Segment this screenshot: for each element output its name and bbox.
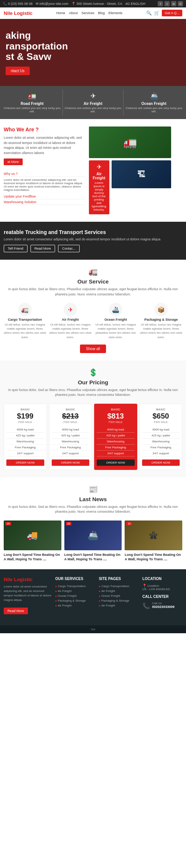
who-bottom-cards: ✈ Air Freight Lorem ipsum is simply dumm… — [89, 160, 171, 214]
footer-srv-2: Ocean Freight — [55, 593, 95, 598]
banner-buttons: Tell Friend Read More Contac... — [4, 245, 182, 252]
email-info: ✉ info@your-site.com — [36, 2, 68, 6]
nav-home[interactable]: Home — [56, 11, 65, 15]
nav-right: 🔍 🛒 Get A Q... — [146, 10, 182, 16]
news-img-1: 25 🚚 — [4, 521, 61, 550]
highway-news-icon: 🛣 — [149, 530, 158, 541]
twitter-icon[interactable]: t — [164, 1, 170, 6]
ocean-freight-desc: Chances are unless you are very lucky yo… — [125, 106, 183, 113]
facebook-icon[interactable]: f — [158, 1, 163, 6]
phone-icon: 📞 — [142, 602, 150, 609]
footer-srv-3: Packaging & Storage — [55, 598, 95, 603]
pricing-section: 💲 Our Pricing In quis fuctus dolor, Sed … — [0, 361, 186, 477]
cta-button[interactable]: Get A Q... — [162, 10, 182, 16]
plan-3-feat-4: 24/7 support — [97, 451, 135, 457]
plan-4-label: BASIC — [142, 408, 180, 411]
who-read-more-button[interactable]: at More — [4, 158, 23, 165]
plan-1-order-button[interactable]: ORDER NOW — [6, 459, 44, 466]
air-freight-feature-card: ✈ Air Freight Lorem ipsum is simply dumm… — [89, 160, 109, 214]
ocean-freight-item: 🚢 Ocean Freight Ut elit tellus, luctus n… — [94, 303, 137, 339]
cart-icon[interactable]: 🛒 — [154, 10, 160, 16]
ocean-freight-icon: 🚢 — [125, 92, 183, 100]
plan-1-feat-2: Warehousing — [6, 439, 44, 445]
location-info: 📍 Location: US - LOS ANGELES — [142, 584, 182, 591]
contact-trucking-button[interactable]: Contac... — [58, 245, 80, 252]
pricing-icon: 💲 — [4, 368, 182, 377]
footer-read-more-button[interactable]: Read More — [4, 608, 28, 614]
contact-button[interactable]: ntact Us — [6, 67, 30, 75]
linkedin-icon[interactable]: in — [171, 1, 176, 6]
fordflow-link[interactable]: Update your Fordflow — [4, 194, 86, 199]
ocean-freight-card-bar: 🚢 Ocean Freight Chances are unless you a… — [124, 90, 184, 115]
hero-section: aking ransportation st & Savw ntact Us — [0, 19, 186, 86]
ship-news-icon: 🚢 — [87, 530, 99, 541]
our-service-section: 🚛 Our Service In quis fuctus dolor, Sed … — [0, 260, 186, 361]
nav-about[interactable]: About — [69, 11, 78, 15]
footer-services: OUR SERVICES Cargo Transportation Air Fr… — [55, 577, 95, 618]
pricing-title: Our Pricing — [4, 379, 182, 385]
footer-page-4: Air Freight — [99, 603, 139, 608]
read-more-button[interactable]: Read More — [31, 245, 55, 252]
footer-services-list: Cargo Transportation Air Freight Ocean F… — [55, 584, 95, 608]
why-us-link[interactable]: Why us ? — [4, 171, 86, 177]
plan-4-feat-4: 24/7 support — [142, 451, 180, 457]
googleplus-icon[interactable]: G — [178, 1, 183, 6]
news-badge-3: 15 — [126, 522, 132, 525]
news-badge-2: 25 — [66, 522, 72, 525]
plan-1-feat-3: Free Packaging — [6, 445, 44, 451]
plan-3-order-button[interactable]: ORDER NOW — [97, 459, 135, 466]
price-plan-1: BASIC $199 PER MILE 4000 kg load 425 kg … — [4, 404, 47, 470]
plan-2-feat-1: 425 kg / pallet — [52, 433, 90, 439]
plan-1-price: $199 — [6, 412, 44, 420]
plan-3-price: $813 — [97, 412, 135, 420]
packaging-icon: 📦 — [154, 303, 168, 316]
air-freight-desc: Chances are unless you are very lucky yo… — [64, 106, 122, 113]
trucking-desc: Lorem dolor sit amet consectetur adipisc… — [4, 237, 182, 241]
call-center-info: 📞 Call Us 002023033009 — [142, 602, 182, 609]
warehousing-link[interactable]: Warehousing Solution — [4, 199, 86, 205]
plan-1-unit: PER MILE — [6, 420, 44, 424]
plan-1-label: BASIC — [6, 408, 44, 411]
tell-friend-button[interactable]: Tell Friend — [4, 245, 28, 252]
trucking-title: reatable Trucking and Transport Services — [4, 229, 182, 235]
nav-elements[interactable]: Elements — [108, 11, 122, 15]
plan-4-feat-2: Warehousing — [142, 439, 180, 445]
nav-services[interactable]: Services — [81, 11, 94, 15]
news-item-2: 25 🚢 Long Don't Spend Time Beating On A … — [64, 521, 122, 562]
navbar: Nile Logistic Home About Services Blog E… — [0, 7, 186, 19]
air-freight-feature-icon: ✈ — [92, 163, 106, 170]
footer-srv-0: Cargo Transportation — [55, 584, 95, 589]
plan-3-feat-3: Free Packaging — [97, 445, 135, 451]
plan-4-feat-3: Free Packaging — [142, 445, 180, 451]
plan-4-order-button[interactable]: ORDER NOW — [142, 459, 180, 466]
truck-news-icon: 🚚 — [27, 530, 38, 541]
plan-2-unit: PER MILE — [52, 420, 90, 424]
hero-title: aking ransportation st & Savw — [6, 30, 180, 62]
location-label: Location: — [147, 584, 159, 587]
plan-3-unit: PER MILE — [97, 420, 135, 424]
cargo-transport-title: Cargo Transportation — [4, 318, 46, 321]
last-news-section: 📰 Last News In quis fuctus dolor, Sed ac… — [0, 477, 186, 569]
who-desc: Lorem dolor sit amet, consectetur adipis… — [4, 135, 86, 156]
plan-2-order-button[interactable]: ORDER NOW — [52, 459, 90, 466]
road-freight-desc: Chances are unless you are very lucky yo… — [3, 106, 61, 113]
news-img-2: 25 🚢 — [64, 521, 122, 550]
plan-3-feat-0: 4000 kg load — [97, 427, 135, 433]
news-grid: 25 🚚 Long Don't Spend Time Beating On A … — [4, 521, 182, 562]
service-section-title: Our Service — [4, 278, 182, 285]
nav-blog[interactable]: Blog — [98, 11, 105, 15]
plan-2-label: BASIC — [52, 408, 90, 411]
price-plan-2: BASIC $213 PER MILE 4000 kg load 425 kg … — [49, 404, 92, 470]
news-badge-1: 25 — [5, 522, 11, 525]
cargo-transport-desc: Ut elit tellus, luctus nec magna mattis … — [4, 323, 46, 339]
air-freight-feature-title: Air Freight — [92, 172, 106, 180]
who-title: Who We Are ? — [4, 126, 86, 132]
ocean-freight-srv-icon: 🚢 — [109, 303, 122, 316]
footer-about-text: Lorem dolor sit amet consectetur adipisc… — [4, 584, 52, 602]
news-item-3: 15 🛣 Long Don't Spend Time Beating On A … — [125, 521, 182, 562]
footer-srv-1: Air Freight — [55, 589, 95, 593]
show-all-button[interactable]: Show all — [80, 345, 106, 353]
trucking-section: reatable Trucking and Transport Services… — [0, 222, 186, 260]
footer-logo: Nile Logistic — [4, 577, 52, 582]
search-icon[interactable]: 🔍 — [146, 10, 152, 16]
